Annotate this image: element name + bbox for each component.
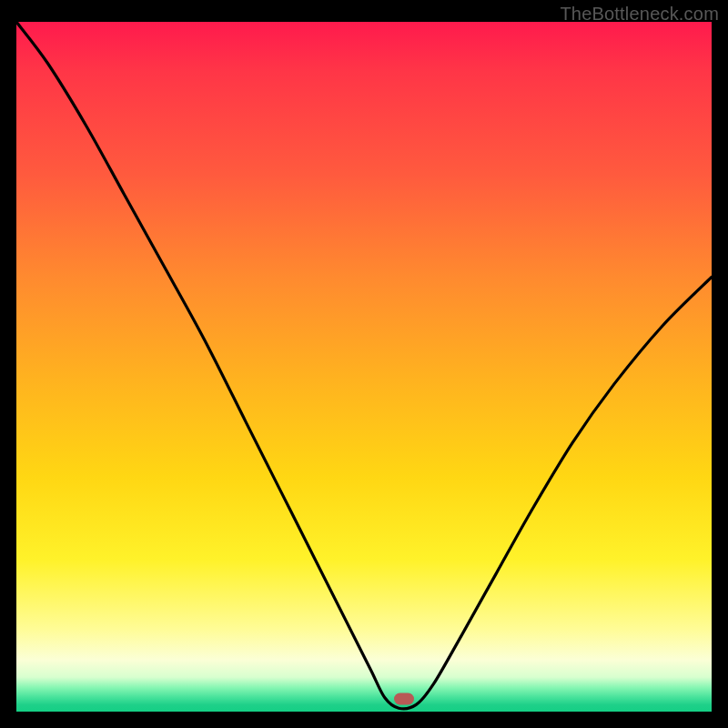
- plot-area: [16, 22, 712, 712]
- watermark-text: TheBottleneck.com: [560, 4, 719, 25]
- bottleneck-curve: [16, 22, 712, 712]
- chart-stage: TheBottleneck.com: [0, 0, 728, 728]
- optimal-point-marker: [394, 693, 414, 705]
